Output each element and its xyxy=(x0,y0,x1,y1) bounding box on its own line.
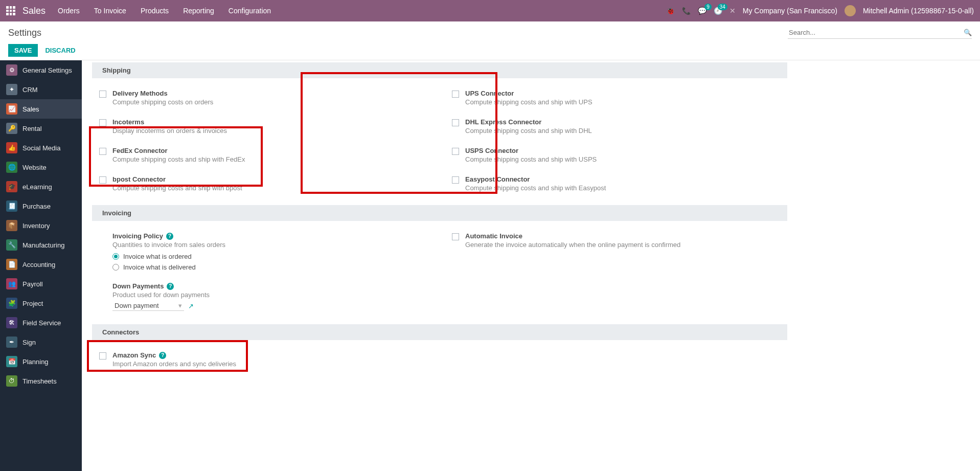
bug-icon[interactable]: 🐞 xyxy=(666,7,675,15)
sidebar-item-label: Timesheets xyxy=(22,377,57,385)
sidebar-item-label: Accounting xyxy=(22,261,55,268)
sidebar-item-inventory[interactable]: 📦Inventory xyxy=(0,216,82,235)
activities-icon[interactable]: 🕘34 xyxy=(714,7,722,15)
avatar[interactable] xyxy=(845,5,856,16)
checkbox-amazon-sync[interactable] xyxy=(99,352,106,360)
sidebar-item-project[interactable]: 🧩Project xyxy=(0,294,82,313)
setting-title: DHL Express Connector xyxy=(465,118,780,126)
sidebar-item-payroll[interactable]: 👥Payroll xyxy=(0,274,82,294)
checkbox[interactable] xyxy=(452,91,459,98)
sidebar-item-sign[interactable]: ✒Sign xyxy=(0,332,82,352)
help-icon[interactable]: ? xyxy=(167,283,174,290)
setting-easypost-connector: Easypost Connector Compute shipping cost… xyxy=(450,172,782,195)
app-icon: 🛠 xyxy=(6,317,17,328)
app-icon: 🎓 xyxy=(6,181,17,192)
sidebar-item-elearning[interactable]: 🎓eLearning xyxy=(0,177,82,196)
save-button[interactable]: SAVE xyxy=(8,44,38,57)
app-icon: 👍 xyxy=(6,142,17,153)
menu-reporting[interactable]: Reporting xyxy=(183,7,214,15)
top-navbar: Sales Orders To Invoice Products Reporti… xyxy=(0,0,980,21)
checkbox[interactable] xyxy=(99,91,106,98)
amazon-sync-title: Amazon Sync xyxy=(112,351,156,359)
sidebar-item-social-media[interactable]: 👍Social Media xyxy=(0,138,82,158)
discard-button[interactable]: DISCARD xyxy=(45,47,75,54)
checkbox[interactable] xyxy=(452,119,459,126)
external-link-icon[interactable]: ↗ xyxy=(188,302,194,310)
setting-title: Incoterms xyxy=(112,118,427,126)
sidebar-item-sales[interactable]: 📈Sales xyxy=(0,99,82,119)
menu-products[interactable]: Products xyxy=(141,7,169,15)
menu-orders[interactable]: Orders xyxy=(58,7,80,15)
setting-title: Delivery Methods xyxy=(112,89,427,97)
sidebar-item-website[interactable]: 🌐Website xyxy=(0,158,82,177)
checkbox[interactable] xyxy=(99,148,106,155)
app-icon: 📈 xyxy=(6,103,17,115)
setting-desc: Compute shipping costs on orders xyxy=(112,98,427,106)
apps-icon[interactable] xyxy=(6,6,15,15)
top-menu: Orders To Invoice Products Reporting Con… xyxy=(58,7,271,15)
search-input[interactable] xyxy=(788,27,964,38)
settings-sidebar: ⚙General Settings✦CRM📈Sales🔑Rental👍Socia… xyxy=(0,60,82,471)
menu-to-invoice[interactable]: To Invoice xyxy=(94,7,126,15)
checkbox-automatic-invoice[interactable] xyxy=(452,233,459,240)
sidebar-item-crm[interactable]: ✦CRM xyxy=(0,80,82,99)
app-icon: 🧩 xyxy=(6,298,17,309)
setting-amazon-sync: Amazon Sync ? Import Amazon orders and s… xyxy=(97,348,429,371)
company-switcher[interactable]: My Company (San Francisco) xyxy=(743,7,837,15)
down-payment-value: Down payment xyxy=(115,302,159,309)
app-icon: 📄 xyxy=(6,259,17,270)
checkbox[interactable] xyxy=(99,176,106,184)
app-brand[interactable]: Sales xyxy=(22,6,45,16)
sidebar-item-general-settings[interactable]: ⚙General Settings xyxy=(0,60,82,80)
app-icon: 👥 xyxy=(6,278,17,289)
app-icon: 🔑 xyxy=(6,123,17,134)
app-icon: 🔧 xyxy=(6,239,17,251)
section-connectors-header: Connectors xyxy=(92,324,787,340)
settings-content: Shipping Delivery Methods Compute shippi… xyxy=(82,60,980,471)
chevron-down-icon: ▾ xyxy=(178,302,182,309)
user-menu[interactable]: Mitchell Admin (12598867-15-0-all) xyxy=(863,7,974,15)
automatic-invoice-title: Automatic Invoice xyxy=(465,232,780,240)
sidebar-item-manufacturing[interactable]: 🔧Manufacturing xyxy=(0,235,82,255)
sidebar-item-label: Project xyxy=(22,300,43,307)
phone-icon[interactable]: 📞 xyxy=(682,7,691,15)
messaging-icon[interactable]: 💬9 xyxy=(698,7,706,15)
menu-configuration[interactable]: Configuration xyxy=(229,7,271,15)
setting-invoicing-policy: Invoicing Policy ? Quantities to invoice… xyxy=(97,229,429,314)
sidebar-item-label: Field Service xyxy=(22,319,61,327)
sidebar-item-accounting[interactable]: 📄Accounting xyxy=(0,255,82,274)
checkbox[interactable] xyxy=(452,148,459,155)
setting-title: UPS Connector xyxy=(465,89,780,97)
checkbox[interactable] xyxy=(452,176,459,184)
setting-delivery-methods: Delivery Methods Compute shipping costs … xyxy=(97,86,429,109)
app-icon: ✦ xyxy=(6,84,17,95)
down-payments-title: Down Payments xyxy=(112,282,164,290)
setting-title: FedEx Connector xyxy=(112,147,427,154)
down-payment-select[interactable]: Down payment ▾ xyxy=(112,301,184,311)
radio-delivered[interactable] xyxy=(112,264,119,271)
setting-automatic-invoice: Automatic Invoice Generate the invoice a… xyxy=(450,229,782,252)
control-bar: Settings 🔍 SAVE DISCARD xyxy=(0,21,980,60)
down-payments-desc: Product used for down payments xyxy=(112,291,427,299)
help-icon[interactable]: ? xyxy=(166,233,173,240)
search-icon[interactable]: 🔍 xyxy=(964,29,972,36)
radio-ordered[interactable] xyxy=(112,253,119,260)
sidebar-item-planning[interactable]: 📅Planning xyxy=(0,352,82,371)
setting-desc: Compute shipping costs and ship with Fed… xyxy=(112,155,427,163)
close-icon[interactable]: ✕ xyxy=(730,7,736,15)
search-box: 🔍 xyxy=(788,27,972,39)
sidebar-item-label: Rental xyxy=(22,125,42,132)
sidebar-item-label: Planning xyxy=(22,358,49,366)
checkbox[interactable] xyxy=(99,119,106,126)
setting-title: bpost Connector xyxy=(112,175,427,183)
sidebar-item-timesheets[interactable]: ⏱Timesheets xyxy=(0,371,82,391)
sidebar-item-rental[interactable]: 🔑Rental xyxy=(0,119,82,138)
sidebar-item-purchase[interactable]: 🧾Purchase xyxy=(0,196,82,216)
help-icon[interactable]: ? xyxy=(159,352,166,359)
sidebar-item-label: CRM xyxy=(22,86,38,94)
app-icon: ⚙ xyxy=(6,64,17,76)
sidebar-item-field-service[interactable]: 🛠Field Service xyxy=(0,313,82,332)
section-shipping-header: Shipping xyxy=(92,62,787,78)
app-icon: 📅 xyxy=(6,356,17,367)
invoicing-policy-title: Invoicing Policy xyxy=(112,232,163,240)
